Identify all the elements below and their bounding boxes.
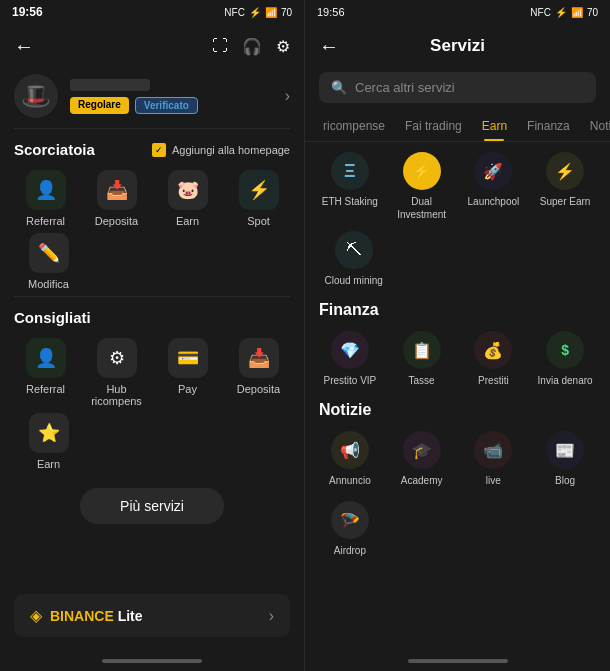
recommended-deposita-label: Deposita <box>237 383 280 395</box>
notizie-section: Notizie 📢 Annuncio 🎓 Academy 📹 live 📰 Bl… <box>319 401 596 487</box>
shortcut-deposita[interactable]: 📥 Deposita <box>85 170 148 227</box>
binance-logo-icon: ◈ <box>30 606 42 625</box>
binance-lite-label: BINANCE Lite <box>50 608 143 624</box>
tabs-container: ricompense Fai trading Earn Finanza Noti… <box>305 111 610 142</box>
finanza-section: Finanza 💎 Prestito VIP 📋 Tasse 💰 Prestit… <box>319 301 596 387</box>
prestiti-label: Prestiti <box>478 374 509 387</box>
eth-staking-label: ETH Staking <box>322 195 378 208</box>
tab-finanza[interactable]: Finanza <box>517 111 580 141</box>
badge-verified: Verificato <box>135 97 198 114</box>
profile-section[interactable]: 🎩 Regolare Verificato › <box>0 68 304 128</box>
recommended-title: Consigliati <box>14 309 91 326</box>
left-back-button[interactable]: ← <box>14 35 34 58</box>
shortcut-spot[interactable]: ⚡ Spot <box>227 170 290 227</box>
academy-label: Academy <box>401 474 443 487</box>
badge-regular: Regolare <box>70 97 129 114</box>
recommended-hub-label: Hub ricompens <box>85 383 148 407</box>
shortcut-deposita-label: Deposita <box>95 215 138 227</box>
settings-icon[interactable]: ⚙ <box>276 37 290 56</box>
service-eth-staking[interactable]: Ξ ETH Staking <box>319 152 381 221</box>
services-content: Ξ ETH Staking ⚡ Dual Investment 🚀 Launch… <box>305 142 610 651</box>
recommended-deposita[interactable]: 📥 Deposita <box>227 338 290 407</box>
service-tasse[interactable]: 📋 Tasse <box>391 331 453 387</box>
airdrop-section: 🪂 Airdrop <box>319 501 596 557</box>
super-earn-icon: ⚡ <box>546 152 584 190</box>
service-invia-denaro[interactable]: $ Invia denaro <box>534 331 596 387</box>
finanza-grid: 💎 Prestito VIP 📋 Tasse 💰 Prestiti $ Invi… <box>319 331 596 387</box>
recommended-referral[interactable]: 👤 Referral <box>14 338 77 407</box>
shortcut-referral[interactable]: 👤 Referral <box>14 170 77 227</box>
recommended-hub[interactable]: ⚙ Hub ricompens <box>85 338 148 407</box>
profile-arrow-icon: › <box>285 87 290 105</box>
search-bar[interactable]: 🔍 Cerca altri servizi <box>319 72 596 103</box>
invia-denaro-label: Invia denaro <box>538 374 593 387</box>
service-blog[interactable]: 📰 Blog <box>534 431 596 487</box>
prestito-vip-label: Prestito VIP <box>323 374 376 387</box>
right-bottom-bar <box>305 651 610 671</box>
service-cloud-mining[interactable]: ⛏ Cloud mining <box>319 231 388 287</box>
tab-earn[interactable]: Earn <box>472 111 517 141</box>
right-status-icons: NFC ⚡ 📶 70 <box>530 7 598 18</box>
shortcuts-header: Scorciatoia ✓ Aggiungi alla homepage <box>14 141 290 158</box>
shortcut-deposita-icon: 📥 <box>97 170 137 210</box>
shortcut-modifica-label: Modifica <box>28 278 69 290</box>
service-super-earn[interactable]: ⚡ Super Earn <box>534 152 596 221</box>
search-placeholder: Cerca altri servizi <box>355 80 455 95</box>
dual-investment-label: Dual Investment <box>391 195 453 221</box>
live-icon: 📹 <box>474 431 512 469</box>
recommended-deposita-icon: 📥 <box>239 338 279 378</box>
shortcuts-grid: 👤 Referral 📥 Deposita 🐷 Earn ⚡ Spot <box>14 170 290 227</box>
profile-info: Regolare Verificato <box>70 79 273 114</box>
more-btn-container: Più servizi <box>0 476 304 536</box>
earn-grid: Ξ ETH Staking ⚡ Dual Investment 🚀 Launch… <box>319 152 596 221</box>
left-bottom-indicator <box>102 659 202 663</box>
shortcut-earn-label: Earn <box>176 215 199 227</box>
add-homepage[interactable]: ✓ Aggiungi alla homepage <box>152 143 290 157</box>
more-services-button[interactable]: Più servizi <box>80 488 224 524</box>
binance-lite-button[interactable]: ◈ BINANCE Lite › <box>14 594 290 637</box>
recommended-referral-icon: 👤 <box>26 338 66 378</box>
profile-name-bar <box>70 79 150 91</box>
service-airdrop[interactable]: 🪂 Airdrop <box>319 501 381 557</box>
shortcut-referral-icon: 👤 <box>26 170 66 210</box>
annuncio-label: Annuncio <box>329 474 371 487</box>
tab-notizie[interactable]: Notizie <box>580 111 610 141</box>
shortcut-modifica-icon: ✏️ <box>29 233 69 273</box>
cloud-mining-label: Cloud mining <box>324 274 382 287</box>
recommended-pay[interactable]: 💳 Pay <box>156 338 219 407</box>
recommended-earn[interactable]: ⭐ Earn <box>14 413 83 470</box>
airdrop-label: Airdrop <box>334 544 366 557</box>
right-top-nav: ← Servizi <box>305 24 610 68</box>
left-top-nav: ← ⛶ 🎧 ⚙ <box>0 24 304 68</box>
service-prestiti[interactable]: 💰 Prestiti <box>463 331 525 387</box>
tab-fai-trading[interactable]: Fai trading <box>395 111 472 141</box>
annuncio-icon: 📢 <box>331 431 369 469</box>
service-annuncio[interactable]: 📢 Annuncio <box>319 431 381 487</box>
launchpool-icon: 🚀 <box>474 152 512 190</box>
left-panel: 19:56 NFC ⚡ 📶 70 ← ⛶ 🎧 ⚙ 🎩 Regolare Veri… <box>0 0 305 671</box>
service-live[interactable]: 📹 live <box>463 431 525 487</box>
left-status-bar: 19:56 NFC ⚡ 📶 70 <box>0 0 304 24</box>
right-back-button[interactable]: ← <box>319 35 339 58</box>
shortcut-earn-icon: 🐷 <box>168 170 208 210</box>
service-launchpool[interactable]: 🚀 Launchpool <box>463 152 525 221</box>
tab-ricompense[interactable]: ricompense <box>313 111 395 141</box>
dual-investment-icon: ⚡ <box>403 152 441 190</box>
expand-icon[interactable]: ⛶ <box>212 37 228 55</box>
shortcut-referral-label: Referral <box>26 215 65 227</box>
recommended-referral-label: Referral <box>26 383 65 395</box>
shortcut-spot-icon: ⚡ <box>239 170 279 210</box>
recommended-section: Consigliati 👤 Referral ⚙ Hub ricompens 💳… <box>0 297 304 476</box>
service-academy[interactable]: 🎓 Academy <box>391 431 453 487</box>
shortcut-modifica[interactable]: ✏️ Modifica <box>14 233 83 290</box>
checkbox-add-homepage[interactable]: ✓ <box>152 143 166 157</box>
super-earn-label: Super Earn <box>540 195 591 208</box>
recommended-earn-label: Earn <box>37 458 60 470</box>
binance-lite-left: ◈ BINANCE Lite <box>30 606 143 625</box>
service-prestito-vip[interactable]: 💎 Prestito VIP <box>319 331 381 387</box>
live-label: live <box>486 474 501 487</box>
shortcut-earn[interactable]: 🐷 Earn <box>156 170 219 227</box>
headphone-icon[interactable]: 🎧 <box>242 37 262 56</box>
eth-staking-icon: Ξ <box>331 152 369 190</box>
service-dual-investment[interactable]: ⚡ Dual Investment <box>391 152 453 221</box>
